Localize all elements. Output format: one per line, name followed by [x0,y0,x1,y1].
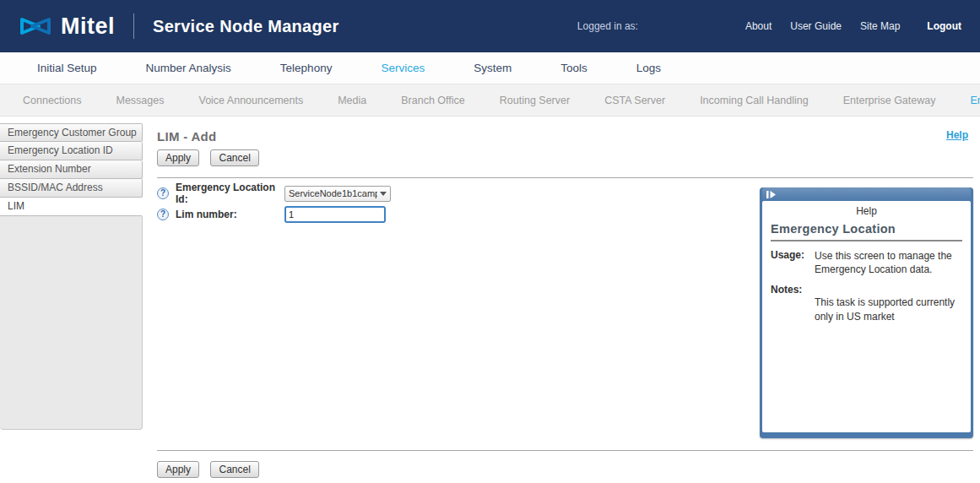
help-panel-title: Help [771,205,962,217]
help-panel-body: Help Emergency Location Usage: Use this … [762,201,971,432]
subnav-emergency-location[interactable]: Emergency Location [970,95,980,106]
field-help-icon[interactable]: ? [157,209,169,220]
usage-text: Use this screen to manage the Emergency … [815,249,962,276]
apply-button-bottom[interactable]: Apply [157,461,199,478]
chevron-down-icon [380,192,387,196]
sidebar-item-lim[interactable]: LIM [0,198,143,216]
lim-number-input[interactable] [284,206,386,223]
bottom-divider [157,450,973,451]
emergency-location-id-select[interactable]: ServiceNode1b1campus1 [284,186,391,202]
nav-system[interactable]: System [474,62,512,74]
lim-add-form: ? Emergency Location Id: ServiceNode1b1c… [157,185,391,227]
nav-number-analysis[interactable]: Number Analysis [146,62,231,74]
top-divider [157,177,973,178]
usage-label: Usage: [771,249,815,276]
app-title: Service Node Manager [153,17,339,36]
subnav-routing-server[interactable]: Routing Server [500,95,570,106]
nav-logs[interactable]: Logs [636,62,661,74]
header-link-about[interactable]: About [745,20,772,32]
sidebar-item-emergency-location-id[interactable]: Emergency Location ID [0,142,143,160]
cancel-button-bottom[interactable]: Cancel [210,461,258,478]
collapse-help-icon[interactable] [766,191,777,198]
nav-tools[interactable]: Tools [560,62,587,74]
sidebar-item-bssid-mac-address[interactable]: BSSID/MAC Address [0,179,143,198]
brand-name: Mitel [61,14,115,40]
subnav-enterprise-gateway[interactable]: Enterprise Gateway [843,95,936,106]
notes-label: Notes: [771,284,815,323]
field-help-icon[interactable]: ? [157,187,169,199]
sidebar-item-emergency-customer-group[interactable]: Emergency Customer Group [0,123,143,142]
sidebar-item-extension-number[interactable]: Extension Number [0,160,143,179]
lim-number-label: Lim number: [176,209,284,220]
subnav-media[interactable]: Media [338,95,366,106]
logged-in-as-label: Logged in as: [577,20,638,32]
sidebar-filler [0,216,143,430]
logout-button[interactable]: Logout [927,20,961,32]
help-link[interactable]: Help [946,129,968,141]
help-panel: Help Emergency Location Usage: Use this … [760,187,973,438]
nav-services[interactable]: Services [381,62,425,74]
nav-initial-setup[interactable]: Initial Setup [37,62,97,74]
subnav-voice-announcements[interactable]: Voice Announcements [198,95,303,106]
subnav-branch-office[interactable]: Branch Office [401,95,465,106]
form-row-lim-number: ? Lim number: [157,206,391,223]
help-notes-row: Notes: This task is supported currently … [771,284,962,323]
secondary-nav: Connections Messages Voice Announcements… [0,84,980,117]
sidebar: Emergency Customer Group Emergency Locat… [0,123,143,430]
help-panel-heading: Emergency Location [771,222,962,242]
help-usage-row: Usage: Use this screen to manage the Eme… [771,249,962,276]
form-row-emergency-location-id: ? Emergency Location Id: ServiceNode1b1c… [157,185,391,202]
subnav-connections[interactable]: Connections [23,95,82,106]
help-panel-titlebar [762,187,971,201]
notes-text: This task is supported currently only in… [815,284,962,323]
app-header: Mitel Service Node Manager Logged in as:… [0,0,980,52]
primary-nav: Initial Setup Number Analysis Telephony … [0,52,980,84]
mitel-logo-icon [19,15,52,37]
selected-value: ServiceNode1b1campus1 [289,188,377,198]
brand: Mitel [19,14,115,40]
page-title: LIM - Add [157,129,216,144]
apply-button-top[interactable]: Apply [157,149,199,166]
subnav-csta-server[interactable]: CSTA Server [604,95,665,106]
top-button-bar: Apply Cancel [157,149,267,166]
subnav-incoming-call-handling[interactable]: Incoming Call Handling [700,95,809,106]
header-divider [133,14,134,39]
emergency-location-id-label: Emergency Location Id: [176,182,284,205]
header-link-site-map[interactable]: Site Map [860,20,900,32]
header-link-user-guide[interactable]: User Guide [790,20,842,32]
cancel-button-top[interactable]: Cancel [210,149,258,166]
subnav-messages[interactable]: Messages [116,95,165,106]
bottom-button-bar: Apply Cancel [157,461,267,478]
nav-telephony[interactable]: Telephony [280,62,333,74]
